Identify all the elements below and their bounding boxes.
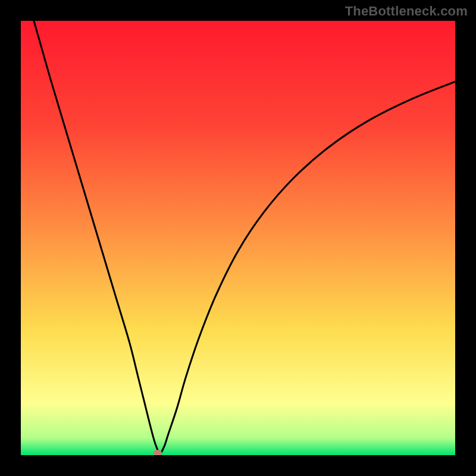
bottleneck-curve: [34, 21, 455, 453]
optimal-marker: [154, 450, 162, 455]
watermark-label: TheBottleneck.com: [345, 4, 468, 19]
chart-container: TheBottleneck.com: [0, 0, 476, 476]
plot-area: [21, 21, 455, 455]
curve-svg: [21, 21, 455, 455]
